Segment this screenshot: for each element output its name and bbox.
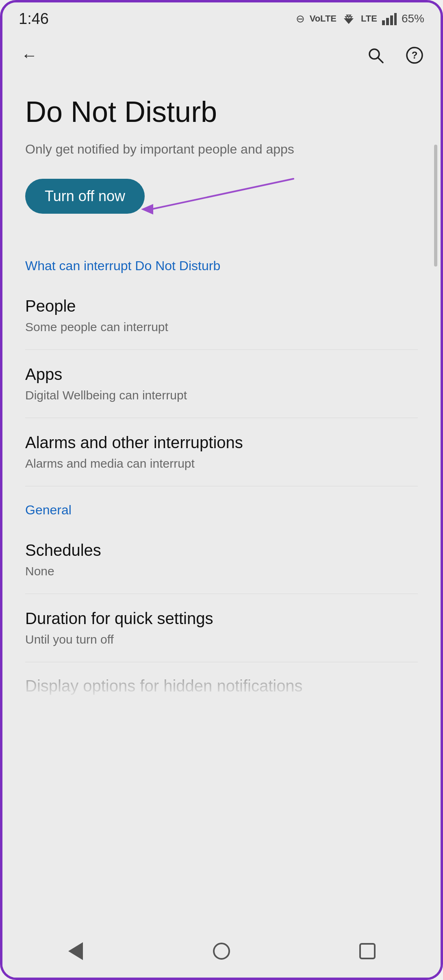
recents-square-icon — [359, 943, 376, 959]
home-nav-button[interactable] — [205, 935, 238, 967]
duration-subtitle: Until you turn off — [25, 631, 418, 647]
turn-off-now-button[interactable]: Turn off now — [25, 179, 145, 214]
signal-icon — [382, 12, 397, 25]
lte-icon: LTE — [361, 13, 377, 24]
svg-rect-4 — [386, 18, 389, 25]
settings-item-alarms[interactable]: Alarms and other interruptions Alarms an… — [25, 418, 418, 486]
status-time: 1:46 — [19, 10, 49, 28]
settings-item-people[interactable]: People Some people can interrupt — [25, 282, 418, 350]
display-options-text: Display options for hidden notifications — [25, 662, 418, 699]
back-nav-button[interactable] — [59, 935, 92, 967]
page-title: Do Not Disturb — [25, 96, 418, 128]
help-icon: ? — [406, 46, 423, 64]
bottom-nav-bar — [2, 925, 441, 978]
svg-line-11 — [151, 179, 293, 209]
scrollbar[interactable] — [434, 145, 437, 267]
svg-line-8 — [378, 58, 383, 63]
settings-item-apps[interactable]: Apps Digital Wellbeing can interrupt — [25, 350, 418, 418]
volte-icon: VoLTE — [310, 13, 337, 24]
search-icon — [367, 46, 384, 64]
people-subtitle: Some people can interrupt — [25, 319, 418, 335]
page-subtitle: Only get notified by important people an… — [25, 140, 418, 158]
back-triangle-icon — [68, 942, 83, 960]
phone-container: 1:46 ⊖ VoLTE LTE 65% ← — [0, 0, 443, 980]
search-button[interactable] — [364, 44, 387, 67]
dnd-status-icon: ⊖ — [296, 13, 305, 25]
apps-title: Apps — [25, 364, 418, 384]
what-can-interrupt-link[interactable]: What can interrupt Do Not Disturb — [25, 242, 418, 282]
settings-item-schedules[interactable]: Schedules None — [25, 526, 418, 594]
home-circle-icon — [213, 943, 230, 960]
battery-indicator: 65% — [402, 12, 424, 25]
settings-item-duration[interactable]: Duration for quick settings Until you tu… — [25, 594, 418, 662]
schedules-title: Schedules — [25, 540, 418, 560]
status-icons: ⊖ VoLTE LTE 65% — [296, 12, 424, 25]
svg-rect-6 — [394, 13, 397, 25]
wifi-icon — [341, 13, 356, 25]
svg-marker-12 — [141, 204, 153, 215]
svg-rect-3 — [382, 20, 385, 25]
back-arrow-icon: ← — [21, 47, 37, 63]
alarms-subtitle: Alarms and media can interrupt — [25, 455, 418, 471]
recents-nav-button[interactable] — [351, 935, 384, 967]
nav-bar: ← ? — [2, 35, 441, 76]
schedules-subtitle: None — [25, 563, 418, 579]
main-content: Do Not Disturb Only get notified by impo… — [2, 76, 441, 978]
alarms-title: Alarms and other interruptions — [25, 433, 418, 452]
nav-right-icons: ? — [364, 44, 426, 67]
apps-subtitle: Digital Wellbeing can interrupt — [25, 387, 418, 403]
people-title: People — [25, 296, 418, 316]
svg-rect-5 — [390, 15, 393, 25]
back-button[interactable]: ← — [17, 43, 41, 67]
svg-text:?: ? — [412, 50, 418, 61]
status-bar: 1:46 ⊖ VoLTE LTE 65% — [2, 2, 441, 35]
turn-off-section: Turn off now — [25, 179, 418, 214]
duration-title: Duration for quick settings — [25, 609, 418, 628]
fading-bottom-item: Display options for hidden notifications — [25, 662, 418, 699]
general-section-label: General — [25, 486, 418, 526]
help-button[interactable]: ? — [403, 44, 426, 67]
